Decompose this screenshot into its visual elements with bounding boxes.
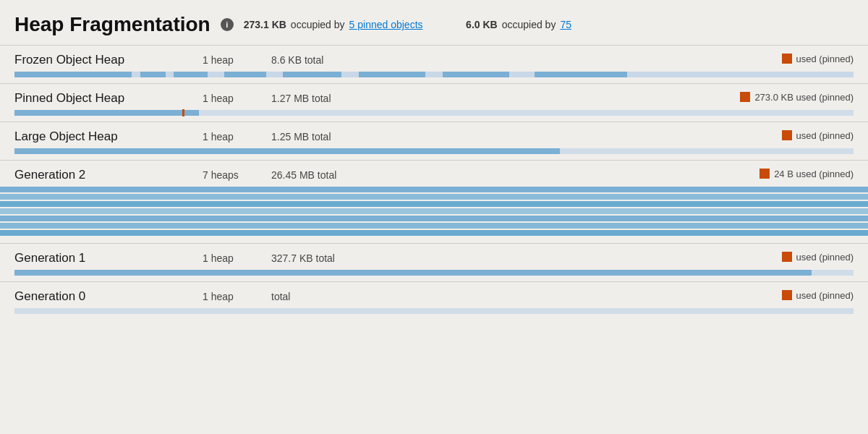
heap-count: 1 heap <box>203 291 271 302</box>
heap-legend: 24 B used (pinned) <box>760 169 854 179</box>
heap-size: 1.27 MB total <box>271 93 365 104</box>
heap-row: Generation 27 heaps26.45 MB total24 B us… <box>0 160 868 243</box>
bar-segment <box>14 72 132 77</box>
heap-list: Frozen Object Heap1 heap8.6 KB totalused… <box>0 45 868 320</box>
stat1-text: occupied by <box>291 19 345 30</box>
bar-fill <box>14 148 560 154</box>
stat1-size: 273.1 KB <box>244 19 286 30</box>
bar-row <box>0 268 868 281</box>
heap-row: Large Object Heap1 heap1.25 MB totalused… <box>0 122 868 160</box>
gen2-bar <box>0 216 868 221</box>
bar-track <box>14 270 854 276</box>
heap-legend: 273.0 KB used (pinned) <box>740 92 854 103</box>
heap-legend: used (pinned) <box>782 54 854 64</box>
bar-segment <box>224 72 266 77</box>
legend-square-icon <box>760 169 770 179</box>
heap-name: Pinned Object Heap <box>14 91 203 106</box>
bar-segment <box>535 72 627 77</box>
gen2-bar <box>0 230 868 236</box>
gen2-bar <box>0 223 868 229</box>
heap-name: Generation 1 <box>14 251 203 265</box>
heap-name: Generation 0 <box>14 289 203 304</box>
heap-row: Frozen Object Heap1 heap8.6 KB totalused… <box>0 45 868 83</box>
legend-square-icon <box>782 252 792 262</box>
heap-size: total <box>271 291 365 302</box>
legend-square-icon <box>782 130 792 140</box>
heap-size: 1.25 MB total <box>271 131 365 142</box>
legend-label: 273.0 KB used (pinned) <box>754 92 854 103</box>
bar-segment <box>359 72 426 77</box>
legend-label: used (pinned) <box>796 130 854 141</box>
bar-fill <box>14 270 812 276</box>
bar-row <box>0 109 868 122</box>
page-title: Heap Fragmentation <box>14 13 210 36</box>
heap-count: 1 heap <box>203 131 271 142</box>
legend-square-icon <box>782 54 792 64</box>
bar-track <box>14 110 854 116</box>
heap-count: 1 heap <box>203 54 271 66</box>
bar-marker <box>182 109 184 116</box>
legend-label: 24 B used (pinned) <box>774 169 854 179</box>
bar-track <box>14 308 854 314</box>
header-stats: 273.1 KB occupied by 5 pinned objects 6.… <box>244 19 571 30</box>
objects-link2[interactable]: 75 <box>560 19 571 30</box>
heap-row: Generation 11 heap327.7 KB totalused (pi… <box>0 243 868 281</box>
bar-row <box>0 147 868 160</box>
gen2-bar <box>0 187 868 192</box>
heap-count: 1 heap <box>203 252 271 264</box>
heap-legend: used (pinned) <box>782 252 854 263</box>
heap-count: 7 heaps <box>203 169 271 181</box>
bar-segment <box>174 72 207 77</box>
gen2-bar <box>0 201 868 207</box>
bar-segment <box>140 72 166 77</box>
heap-legend: used (pinned) <box>782 130 854 141</box>
legend-square-icon <box>740 92 750 102</box>
gen2-bar <box>0 194 868 200</box>
header-separator <box>439 19 451 30</box>
stat2-text: occupied by <box>502 19 556 30</box>
heap-name: Large Object Heap <box>14 129 203 144</box>
heap-legend: used (pinned) <box>782 290 854 301</box>
legend-label: used (pinned) <box>796 54 854 64</box>
bar-fill <box>14 110 199 116</box>
gen2-bar <box>0 208 868 214</box>
bar-segment <box>443 72 510 77</box>
heap-name: Frozen Object Heap <box>14 53 203 67</box>
heap-count: 1 heap <box>203 93 271 104</box>
stat2-size: 6.0 KB <box>466 19 498 30</box>
heap-row: Pinned Object Heap1 heap1.27 MB total273… <box>0 83 868 122</box>
pinned-objects-link[interactable]: 5 pinned objects <box>349 19 423 30</box>
heap-row: Generation 01 heaptotalused (pinned) <box>0 281 868 320</box>
bar-row <box>0 307 868 320</box>
page-header: Heap Fragmentation i 273.1 KB occupied b… <box>0 0 868 45</box>
heap-size: 8.6 KB total <box>271 54 365 66</box>
gen2-bars <box>0 185 868 243</box>
bar-track <box>14 148 854 154</box>
bar-segment <box>283 72 341 77</box>
bar-track <box>14 72 854 77</box>
legend-label: used (pinned) <box>796 252 854 263</box>
legend-label: used (pinned) <box>796 290 854 301</box>
legend-square-icon <box>782 290 792 300</box>
info-icon[interactable]: i <box>221 18 234 31</box>
heap-name: Generation 2 <box>14 168 203 182</box>
heap-size: 327.7 KB total <box>271 252 365 264</box>
heap-size: 26.45 MB total <box>271 169 365 181</box>
bar-row <box>0 70 868 83</box>
